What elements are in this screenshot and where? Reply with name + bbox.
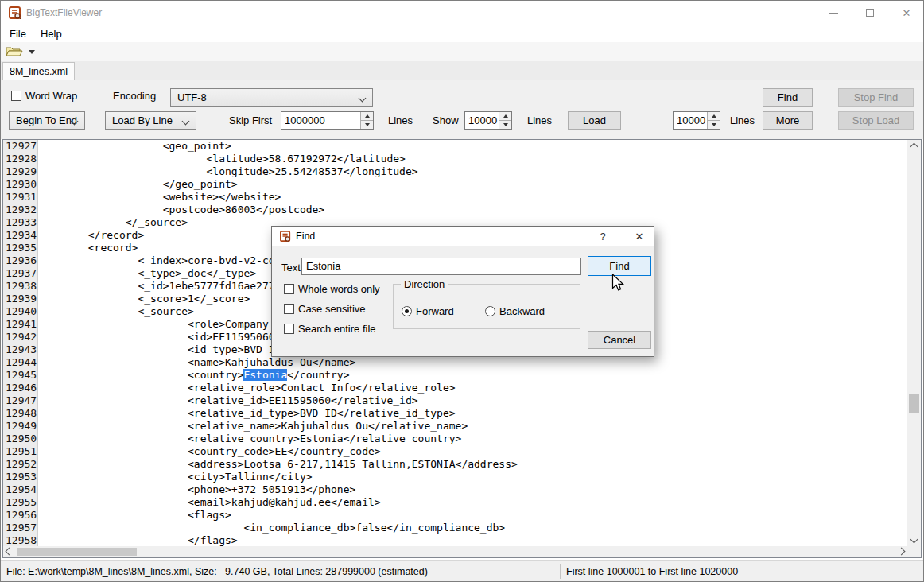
more-lines-spinner[interactable]: 10000	[673, 111, 720, 130]
open-file-icon[interactable]	[6, 45, 23, 58]
backward-radio[interactable]	[485, 306, 495, 316]
scrollbar-corner	[907, 546, 921, 557]
line-number: 12934	[3, 229, 38, 242]
app-window: { "window": { "title": "BigTextFileViewe…	[0, 0, 924, 582]
encoding-select[interactable]: UTF-8	[170, 88, 373, 107]
spin-down-icon[interactable]	[499, 120, 511, 129]
code-text: <country_code>EE</country_code>	[38, 445, 381, 457]
code-text: <_index>core-bvd-v2-co	[38, 254, 275, 266]
vertical-scroll-thumb[interactable]	[909, 394, 919, 413]
horizontal-scroll-thumb[interactable]	[17, 548, 137, 556]
line-number: 12954	[3, 483, 38, 496]
line-number: 12939	[3, 293, 38, 305]
spin-up-icon[interactable]	[361, 112, 373, 120]
minimize-button[interactable]	[815, 1, 852, 25]
whole-words-checkbox[interactable]	[284, 284, 294, 294]
direction-groupbox: Direction Forward Backward	[393, 284, 580, 329]
maximize-button[interactable]	[852, 1, 888, 25]
code-line: 12931 <website></website>	[3, 191, 907, 204]
dialog-cancel-button[interactable]: Cancel	[588, 331, 651, 349]
code-text: <latitude>58.67192972</latitude>	[38, 153, 406, 165]
line-number: 12929	[3, 165, 38, 178]
find-dialog: Find ? ✕ Text Estonia Find Whole words o…	[271, 226, 654, 357]
case-sensitive-option[interactable]: Case sensitive	[284, 303, 366, 315]
line-number: 12928	[3, 153, 38, 165]
find-dialog-title-bar: Find ? ✕	[272, 227, 654, 246]
spin-down-icon[interactable]	[361, 120, 373, 129]
search-entire-file-option[interactable]: Search entire file	[284, 323, 376, 335]
code-text: <role>Company	[38, 318, 275, 330]
code-line: 12951 <country_code>EE</country_code>	[3, 445, 907, 458]
word-wrap-checkbox[interactable]	[11, 91, 21, 101]
find-text-input[interactable]: Estonia	[301, 258, 581, 275]
close-icon: ✕	[903, 7, 911, 19]
code-line: 12928 <latitude>58.67192972</latitude>	[3, 153, 907, 165]
tab-8m-lines[interactable]: 8M_lines.xml	[2, 62, 75, 80]
line-number: 12935	[3, 242, 38, 254]
close-icon: ✕	[635, 231, 644, 242]
tab-strip: 8M_lines.xml	[1, 61, 923, 80]
find-text-label: Text	[281, 262, 301, 274]
dialog-find-button[interactable]: Find	[588, 256, 651, 276]
status-separator	[560, 564, 561, 579]
dialog-close-button[interactable]: ✕	[623, 227, 655, 246]
show-lines-value: 10000	[465, 112, 499, 129]
horizontal-scrollbar[interactable]	[3, 546, 907, 557]
backward-option[interactable]: Backward	[485, 305, 545, 317]
chevron-down-icon	[182, 118, 190, 126]
scroll-right-icon[interactable]	[899, 549, 904, 554]
open-file-dropdown-icon[interactable]	[29, 50, 35, 54]
app-icon	[280, 231, 291, 242]
code-text: <relative_id>EE11595060</relative_id>	[38, 394, 418, 406]
code-line: 12932 <postcode>86003</postcode>	[3, 204, 907, 216]
code-text: <_score>1</_score>	[38, 293, 250, 305]
code-line: 12947 <relative_id>EE11595060</relative_…	[3, 394, 907, 407]
spin-up-icon[interactable]	[499, 112, 511, 120]
code-text: <name>Kahjuhaldus Ou</name>	[38, 356, 355, 368]
more-button[interactable]: More	[763, 111, 813, 130]
close-button[interactable]: ✕	[888, 1, 924, 25]
scroll-down-icon[interactable]	[911, 537, 917, 542]
line-number: 12937	[3, 267, 38, 280]
line-number: 12938	[3, 280, 38, 293]
direction-label: Direction	[401, 278, 448, 290]
spin-up-icon[interactable]	[708, 112, 720, 120]
scroll-up-icon[interactable]	[911, 144, 917, 149]
code-line: 12945 <country>Estonia</country>	[3, 369, 907, 382]
vertical-scrollbar[interactable]	[907, 140, 921, 546]
scroll-left-icon[interactable]	[6, 549, 12, 554]
code-text: <_source>	[38, 305, 194, 317]
status-bar: File: E:\work\temp\8M_lines\8M_lines.xml…	[1, 560, 923, 582]
forward-radio[interactable]	[402, 306, 412, 316]
code-line: 12956 <flags>	[3, 509, 907, 522]
line-number: 12950	[3, 433, 38, 445]
menu-file[interactable]: File	[8, 26, 28, 41]
case-sensitive-checkbox[interactable]	[284, 304, 294, 314]
code-text: <relative_country>Estonia</relative_coun…	[38, 433, 461, 444]
show-label: Show	[433, 114, 459, 126]
line-number: 12951	[3, 445, 38, 458]
line-number: 12946	[3, 382, 38, 394]
forward-option[interactable]: Forward	[402, 305, 454, 317]
spin-down-icon[interactable]	[708, 120, 720, 129]
find-button[interactable]: Find	[763, 88, 813, 107]
dialog-help-button[interactable]: ?	[587, 227, 619, 246]
line-number: 12958	[3, 534, 38, 546]
line-number: 12931	[3, 191, 38, 204]
load-mode-select[interactable]: Load By Line	[105, 111, 196, 130]
code-text: <in_compliance_db>false</in_compliance_d…	[38, 522, 505, 534]
line-number: 12942	[3, 331, 38, 343]
load-button[interactable]: Load	[568, 111, 621, 130]
code-line: 12955 <email>kahjud@kahjud.ee</email>	[3, 496, 907, 509]
code-text: <id_type>BVD ID	[38, 343, 281, 355]
show-lines-spinner[interactable]: 10000	[464, 111, 512, 130]
read-direction-select[interactable]: Begin To End	[9, 111, 85, 130]
encoding-label: Encoding	[113, 90, 156, 102]
skip-lines-label: Lines	[388, 114, 413, 126]
menu-help[interactable]: Help	[39, 26, 64, 41]
line-number: 12956	[3, 509, 38, 522]
find-dialog-title: Find	[296, 231, 315, 242]
whole-words-option[interactable]: Whole words only	[284, 283, 380, 295]
skip-first-spinner[interactable]: 1000000	[281, 111, 374, 130]
search-entire-file-checkbox[interactable]	[284, 324, 294, 334]
